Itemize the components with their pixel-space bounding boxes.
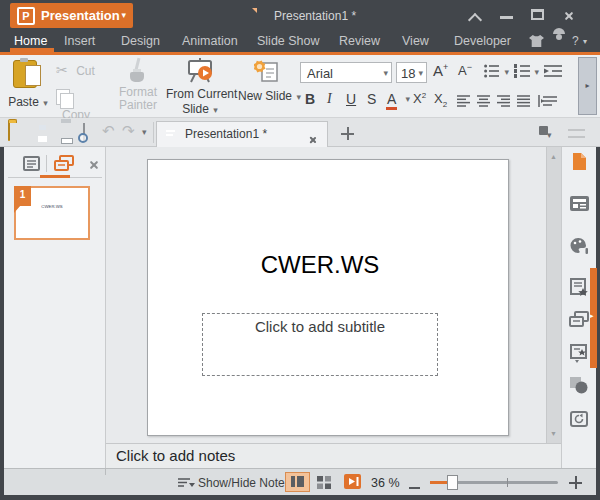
indent-button[interactable] bbox=[544, 64, 562, 82]
justify-button[interactable] bbox=[517, 93, 530, 111]
zoom-out-button[interactable] bbox=[409, 475, 423, 489]
menu-tab-developer[interactable]: Developer bbox=[454, 30, 511, 52]
bold-button[interactable]: B bbox=[305, 91, 315, 107]
copy-button[interactable]: Copy bbox=[56, 87, 108, 107]
slides-pane-icon[interactable] bbox=[54, 155, 74, 172]
zoom-in-button[interactable] bbox=[569, 476, 582, 489]
subtitle-placeholder-box[interactable]: Click to add subtitle bbox=[202, 313, 438, 376]
app-logo-icon: P bbox=[17, 7, 35, 25]
sidebar-animation-icon[interactable] bbox=[570, 411, 588, 429]
font-size-select[interactable]: 18 ▾ bbox=[396, 62, 427, 83]
collapse-window-button[interactable] bbox=[470, 11, 486, 23]
ribbon-expand-strip[interactable]: ▸ bbox=[578, 57, 597, 115]
close-button[interactable] bbox=[564, 11, 576, 23]
slide-panel-close-icon[interactable] bbox=[89, 160, 99, 170]
scroll-up-icon[interactable]: ▲ bbox=[550, 153, 557, 160]
align-left-button[interactable] bbox=[457, 93, 470, 111]
menu-tab-animation[interactable]: Animation bbox=[182, 30, 238, 52]
indent-icon bbox=[544, 64, 562, 78]
from-current-slide-label-1: From Current bbox=[166, 88, 234, 101]
app-menu-button[interactable]: P Presentation ▾ bbox=[10, 3, 133, 28]
justify-icon bbox=[517, 95, 530, 107]
sidebar-layout-icon[interactable] bbox=[570, 196, 589, 211]
text-direction-button[interactable] bbox=[538, 93, 558, 111]
redo-button[interactable]: ↷ bbox=[122, 123, 135, 138]
zoom-slider-handle[interactable] bbox=[447, 475, 458, 490]
format-painter-button[interactable]: Format Painter bbox=[112, 58, 164, 116]
view-normal-button[interactable] bbox=[285, 472, 310, 492]
new-slide-button[interactable]: New Slide ▾ bbox=[238, 58, 296, 114]
decrease-font-button[interactable]: A− bbox=[458, 62, 480, 82]
print-preview-button[interactable] bbox=[83, 123, 85, 142]
vertical-scrollbar[interactable]: ▲ ▼ bbox=[546, 147, 561, 443]
menu-tab-review[interactable]: Review bbox=[339, 30, 380, 52]
view-sorter-button[interactable] bbox=[317, 475, 332, 489]
slide-title-text[interactable]: CWER.WS bbox=[201, 251, 439, 279]
increase-font-button[interactable]: A+ bbox=[433, 62, 455, 82]
decrease-font-mark: − bbox=[467, 62, 472, 72]
sidebar-slides-icon[interactable] bbox=[569, 311, 589, 328]
minimize-button[interactable] bbox=[500, 16, 513, 19]
note-toggle-label[interactable]: Show/Hide Note bbox=[198, 476, 285, 490]
new-slide-icon bbox=[254, 58, 280, 84]
document-tab-close-icon[interactable] bbox=[309, 136, 317, 144]
font-color-button[interactable]: A ▾ bbox=[386, 90, 410, 110]
cut-button[interactable]: ✂ Cut bbox=[56, 61, 108, 81]
tab-list-button[interactable]: ▾ bbox=[539, 125, 557, 141]
help-button[interactable]: ? bbox=[572, 34, 579, 48]
menu-tab-slide-show[interactable]: Slide Show bbox=[257, 30, 320, 52]
bullets-button[interactable]: ▾ bbox=[484, 64, 500, 82]
maximize-button[interactable] bbox=[531, 9, 544, 20]
slide[interactable]: CWER.WS Click to add subtitle bbox=[147, 159, 509, 436]
quick-access-caret-icon[interactable]: ▾ bbox=[142, 128, 147, 137]
help-caret-icon: ▾ bbox=[583, 38, 587, 46]
active-tab-underline bbox=[10, 48, 54, 52]
notes-placeholder-text: Click to add notes bbox=[116, 447, 235, 464]
font-name-select[interactable]: Arial ▾ bbox=[300, 62, 392, 83]
font-name-caret-icon: ▾ bbox=[383, 69, 388, 78]
from-current-slide-button[interactable]: From Current Slide ▾ bbox=[166, 58, 234, 116]
subscript-button[interactable]: X2 bbox=[434, 91, 447, 109]
panel-resize-handle[interactable] bbox=[568, 129, 585, 138]
outline-pane-icon[interactable] bbox=[23, 156, 40, 171]
paste-button[interactable]: Paste ▾ bbox=[6, 58, 50, 114]
align-right-button[interactable] bbox=[497, 93, 510, 111]
font-size-caret-icon: ▾ bbox=[418, 69, 423, 78]
document-tab-active[interactable]: Presentation1 * bbox=[156, 121, 328, 147]
strikethrough-button[interactable]: S bbox=[367, 91, 376, 107]
superscript-button[interactable]: X2 bbox=[413, 91, 426, 106]
menu-tab-design[interactable]: Design bbox=[121, 30, 160, 52]
skin-icon[interactable] bbox=[529, 35, 544, 47]
editing-canvas[interactable]: CWER.WS Click to add subtitle bbox=[106, 147, 546, 443]
open-button[interactable] bbox=[8, 122, 10, 141]
numbering-button[interactable]: ▾ bbox=[514, 64, 530, 82]
sidebar-shapes-icon[interactable] bbox=[570, 377, 588, 394]
align-center-button[interactable] bbox=[477, 93, 490, 111]
underline-button[interactable]: U bbox=[346, 91, 356, 107]
scroll-down-icon[interactable]: ▼ bbox=[550, 430, 557, 437]
zoom-level-value[interactable]: 36 % bbox=[371, 476, 400, 490]
increase-font-label: A bbox=[433, 62, 443, 79]
sidebar-design-icon[interactable] bbox=[570, 237, 589, 254]
menu-tab-insert[interactable]: Insert bbox=[64, 30, 95, 52]
new-slide-label: New Slide bbox=[238, 89, 292, 103]
font-size-value: 18 bbox=[401, 66, 415, 81]
font-name-value: Arial bbox=[307, 66, 333, 81]
superscript-base: X bbox=[413, 91, 422, 106]
notes-area[interactable]: Click to add notes bbox=[106, 443, 561, 468]
bullets-icon bbox=[484, 64, 500, 78]
subscript-mark: 2 bbox=[443, 100, 447, 109]
new-document-tab-button[interactable] bbox=[341, 127, 354, 140]
note-visibility-icon[interactable] bbox=[178, 477, 195, 489]
menu-tab-view[interactable]: View bbox=[402, 30, 429, 52]
undo-button[interactable]: ↶ bbox=[102, 123, 115, 138]
task-pane-handle[interactable]: ▸ bbox=[590, 268, 597, 368]
sidebar-template-icon[interactable] bbox=[570, 344, 588, 363]
view-slideshow-button[interactable] bbox=[344, 474, 361, 489]
italic-button[interactable]: I bbox=[327, 91, 332, 107]
sidebar-file-icon[interactable] bbox=[570, 152, 588, 171]
cut-icon: ✂ bbox=[56, 62, 68, 78]
from-current-slide-caret-icon: ▾ bbox=[213, 105, 218, 115]
font-color-label: A bbox=[386, 91, 397, 110]
sidebar-notes-icon[interactable] bbox=[570, 278, 588, 296]
